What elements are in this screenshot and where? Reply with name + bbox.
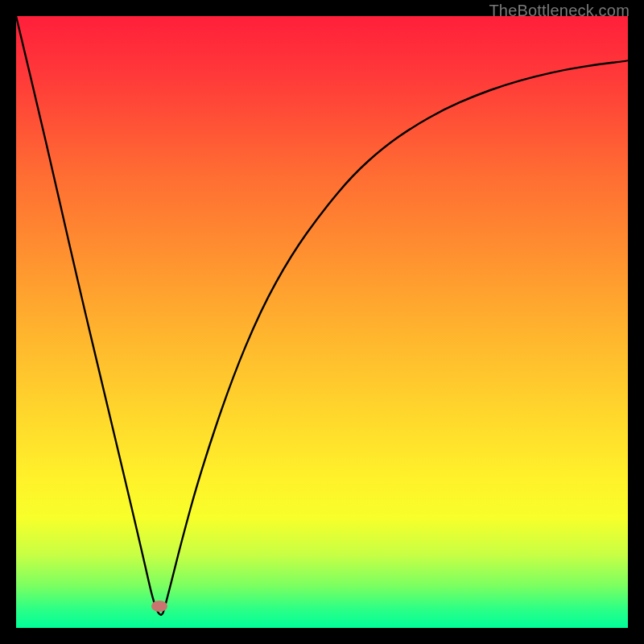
outer-frame: TheBottleneck.com [0, 0, 644, 644]
curve-path [16, 16, 628, 615]
bottleneck-curve [16, 16, 628, 628]
optimum-marker [151, 601, 167, 612]
